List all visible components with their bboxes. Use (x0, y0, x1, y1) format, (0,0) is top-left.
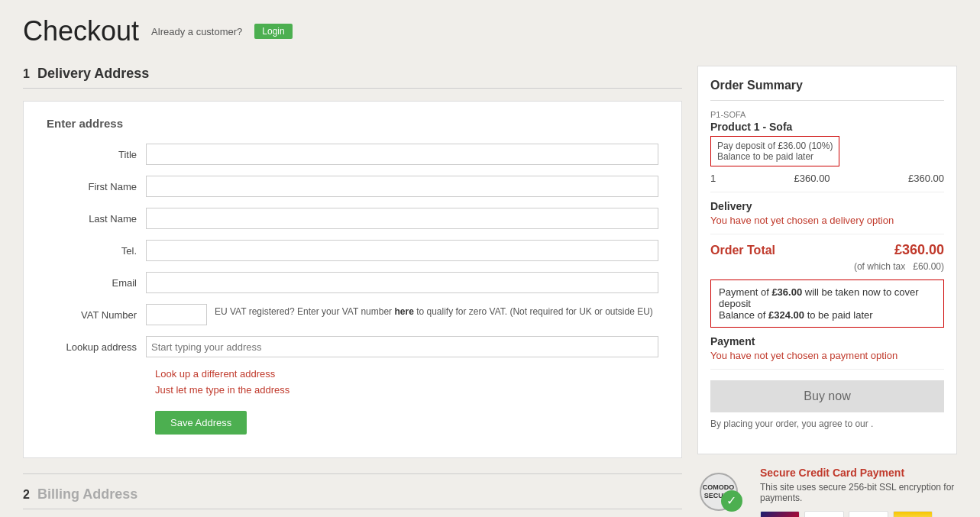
left-column: 1 Delivery Address Enter address Title F… (23, 66, 682, 517)
lookup-label: Lookup address (47, 341, 146, 353)
vat-label: VAT Number (47, 309, 146, 321)
billing-address-title: Billing Address (37, 486, 137, 502)
secure-section: COMODO SECURE ✓ Secure Credit Card Payme… (697, 467, 957, 517)
comodo-badge: COMODO SECURE ✓ (697, 467, 751, 512)
deposit-notice-line2: Balance of £324.00 to be paid later (719, 309, 936, 321)
payment-label: Payment (710, 335, 944, 347)
page-header: Checkout Already a customer? Login (23, 15, 957, 47)
delivery-label: Delivery (710, 200, 944, 212)
buy-now-button[interactable]: Buy now (710, 380, 944, 412)
visa-card-icon: VISA (849, 511, 888, 517)
lookup-different-link[interactable]: Look up a different address (155, 368, 658, 380)
deposit-box: Pay deposit of £36.00 (10%) Balance to b… (710, 136, 839, 166)
vat-note: EU VAT registered? Enter your VAT number… (215, 304, 653, 318)
title-label: Title (47, 149, 146, 160)
last-name-row: Last Name (47, 208, 658, 229)
deposit-notice: Payment of £36.00 will be taken now to c… (710, 280, 944, 328)
tax-note: (of which tax £60.00) (710, 261, 944, 272)
secure-title: Secure Credit Card Payment (760, 467, 957, 479)
order-summary-panel: Order Summary P1-SOFA Product 1 - Sofa P… (697, 66, 957, 517)
order-summary-card: Order Summary P1-SOFA Product 1 - Sofa P… (697, 66, 957, 454)
card-icons: Maestro VISA VISA VISA Electron (760, 511, 957, 517)
address-form-card: Enter address Title First Name Last Name (23, 101, 682, 458)
secure-desc: This site uses secure 256-bit SSL encryp… (760, 482, 957, 503)
save-address-button[interactable]: Save Address (155, 411, 247, 435)
lookup-row: Lookup address (47, 336, 658, 357)
product-sku: P1-SOFA (710, 110, 944, 119)
address-links: Look up a different address Just let me … (47, 368, 658, 396)
tel-label: Tel. (47, 245, 146, 257)
type-manually-link[interactable]: Just let me type in the address (155, 384, 658, 396)
order-summary-title: Order Summary (710, 79, 944, 101)
product-quantity: 1 (710, 173, 716, 184)
secure-text-area: Secure Credit Card Payment This site use… (760, 467, 957, 517)
page-title: Checkout (23, 15, 139, 47)
billing-address-section: 2 Billing Address (23, 473, 682, 509)
section-num-1: 1 (23, 67, 30, 81)
last-name-input[interactable] (146, 208, 658, 229)
delivery-address-section-header: 1 Delivery Address (23, 66, 682, 89)
first-name-input[interactable] (146, 176, 658, 197)
email-row: Email (47, 272, 658, 293)
vat-here-link[interactable]: here (394, 306, 413, 317)
payment-note: You have not yet chosen a payment option (710, 350, 944, 361)
vat-input[interactable] (146, 304, 207, 325)
product-price: £360.00 (794, 173, 830, 184)
order-total-row: Order Total £360.00 (710, 242, 944, 258)
product-name: Product 1 - Sofa (710, 121, 944, 133)
maestro-card-icon: Maestro (760, 511, 800, 517)
order-total-label: Order Total (710, 244, 775, 257)
deposit-notice-line1: Payment of £36.00 will be taken now to c… (719, 286, 936, 309)
title-row: Title (47, 144, 658, 165)
last-name-label: Last Name (47, 213, 146, 225)
deposit-line1: Pay deposit of £36.00 (10%) (717, 141, 833, 151)
email-label: Email (47, 277, 146, 289)
mastercard-icon (804, 511, 844, 517)
login-button[interactable]: Login (254, 24, 292, 39)
tel-input[interactable] (146, 240, 658, 261)
tel-row: Tel. (47, 240, 658, 261)
payment-section: Payment You have not yet chosen a paymen… (710, 335, 944, 370)
first-name-row: First Name (47, 176, 658, 197)
terms-note: By placing your order, you agree to our … (710, 418, 944, 429)
product-quantity-row: 1 £360.00 £360.00 (710, 173, 944, 192)
billing-address-section-header: 2 Billing Address (23, 486, 682, 509)
email-input[interactable] (146, 272, 658, 293)
form-card-title: Enter address (47, 117, 658, 130)
delivery-section: Delivery You have not yet chosen a deliv… (710, 200, 944, 234)
section-num-2: 2 (23, 488, 30, 502)
order-total-value: £360.00 (894, 242, 944, 258)
deposit-line2: Balance to be paid later (717, 151, 833, 162)
vat-input-area: EU VAT registered? Enter your VAT number… (146, 304, 653, 325)
visa-delta-card-icon: VISA (893, 511, 933, 517)
product-total: £360.00 (908, 173, 944, 184)
vat-row: VAT Number EU VAT registered? Enter your… (47, 304, 658, 325)
first-name-label: First Name (47, 181, 146, 192)
already-customer-text: Already a customer? (151, 26, 242, 37)
delivery-note: You have not yet chosen a delivery optio… (710, 215, 944, 226)
lookup-input[interactable] (146, 336, 658, 357)
delivery-address-title: Delivery Address (37, 66, 149, 82)
title-input[interactable] (146, 144, 658, 165)
